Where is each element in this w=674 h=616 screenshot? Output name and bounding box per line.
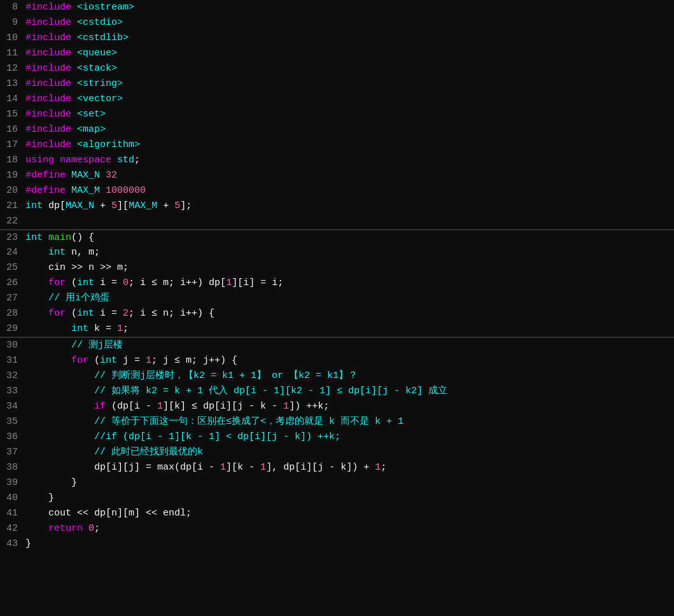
token: <algorithm> [77,139,140,150]
token [100,185,106,196]
token: <queue> [77,48,117,59]
token: ( [66,277,77,288]
token: #include [25,32,71,43]
token: MAX_N [66,200,94,211]
line-content: int main() { [24,230,674,245]
line-content: // 等价于下面这一句：区别在≤换成了<，考虑的就是 k 而不是 k + 1 [24,414,674,429]
code-line: 37 // 此时已经找到最优的k [0,445,674,460]
token: namespace [60,155,111,165]
token: #include [25,17,71,28]
token: <map> [77,124,106,135]
token [25,277,48,288]
code-line: 32 // 判断测j层楼时，【k2 = k1 + 1】 or 【k2 = k1】… [0,368,674,384]
token: 1 [260,462,266,473]
line-number: 33 [0,384,24,398]
line-content: // 如果将 k2 = k + 1 代入 dp[i - 1][k2 - 1] ≤… [24,384,674,398]
token: if [94,401,106,412]
code-line: 24 int n, m; [0,245,674,260]
line-number: 11 [0,46,24,60]
token: <iostream> [77,2,134,13]
code-line: 13#include <string> [0,76,674,92]
token: #define [25,185,66,196]
token [66,170,71,181]
line-content: #include <algorithm> [24,137,674,152]
token: int [77,277,94,288]
token: MAX_M [71,185,100,196]
token [66,185,71,196]
token: int [25,232,43,243]
line-content: #define MAX_N 32 [24,168,674,183]
line-number: 20 [0,183,24,198]
line-content: for (int j = 1; j ≤ m; j++) { [24,353,674,368]
token [25,340,71,351]
token [71,48,77,59]
code-line: 11#include <queue> [0,46,674,61]
token: 0 [88,523,94,534]
token: j = [117,355,146,366]
token: i = [94,308,123,319]
code-line: 36 //if (dp[i - 1][k - 1] < dp[i][j - k]… [0,430,674,445]
line-number: 43 [0,536,24,551]
token: ; i ≤ m; i++) dp[ [129,277,226,288]
line-number: 9 [0,15,24,30]
token [25,508,48,519]
line-content: #include <map> [24,122,674,137]
line-content: // 测j层楼 [24,338,674,353]
line-number: 18 [0,153,24,167]
token: ; [134,155,140,165]
line-number: 27 [0,291,24,305]
token [83,523,88,534]
token: + [157,200,174,211]
line-number: 23 [0,230,24,245]
line-content: } [24,536,674,551]
line-number: 15 [0,107,24,122]
token: dp[i][j] = max(dp[i - [94,462,220,473]
token: #include [25,63,71,74]
line-number: 21 [0,199,24,213]
token: <stack> [77,63,117,74]
token: ][i] = i; [232,277,283,288]
token: std [117,155,134,165]
token [43,232,48,243]
code-line: 18using namespace std; [0,153,674,168]
token [71,94,77,104]
token [25,431,94,442]
code-editor: 8#include <iostream>9#include <cstdio>10… [0,0,674,552]
token [71,17,77,28]
token: ( [66,308,77,319]
token: 5 [111,200,117,211]
line-content: cout << dp[n][m] << endl; [24,506,674,521]
token: dp [48,200,60,211]
token [25,462,94,473]
token: 1 [146,355,151,366]
line-content: dp[i][j] = max(dp[i - 1][k - 1], dp[i][j… [24,460,674,475]
code-line: 17#include <algorithm> [0,137,674,153]
line-content: #define MAX_M 1000000 [24,183,674,198]
line-number: 39 [0,475,24,490]
line-number: 26 [0,276,24,290]
token: 1 [375,462,381,473]
token [25,523,48,534]
code-line: 9#include <cstdio> [0,15,674,31]
token [43,200,48,211]
token: ; [381,462,386,473]
code-line: 39 } [0,475,674,491]
code-line: 27 // 用i个鸡蛋 [0,291,674,306]
code-line: 33 // 如果将 k2 = k + 1 代入 dp[i - 1][k2 - 1… [0,384,674,399]
code-line: 19#define MAX_N 32 [0,168,674,183]
code-line: 15#include <set> [0,107,674,122]
token: ][ [117,200,129,211]
code-line: 14#include <vector> [0,92,674,107]
code-line: 41 cout << dp[n][m] << endl; [0,506,674,521]
code-line: 22 [0,214,674,229]
token [25,416,94,427]
token: 2 [123,308,129,319]
code-line: 40 } [0,491,674,506]
token: n, m; [66,247,100,258]
line-content: int n, m; [24,245,674,260]
token: #include [25,2,71,13]
token: ; i ≤ n; i++) { [129,308,214,319]
token: // 用i个鸡蛋 [48,293,109,304]
code-line: 30 // 测j层楼 [0,337,674,353]
token: 1 [226,277,232,288]
